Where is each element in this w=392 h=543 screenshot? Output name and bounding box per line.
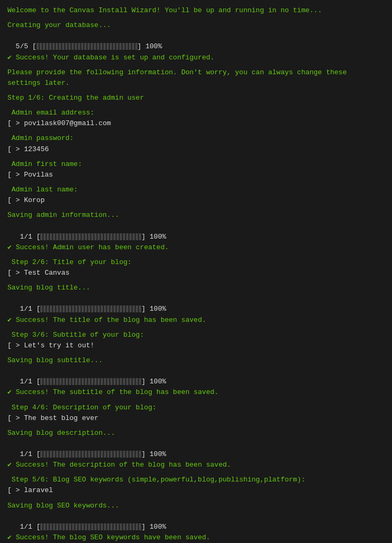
step2-input[interactable]: [ > Test Canvas [7, 268, 385, 278]
save-subtitle-success: ✔ Success! The subtitle of the blog has … [7, 387, 385, 398]
step2-header: Step 2/6: Title of your blog: [7, 257, 385, 268]
admin-email-label: Admin email address: [7, 108, 385, 118]
save-seo-progress-label: 1/1 [ [16, 523, 41, 531]
db-success-message: ✔ Success! Your database is set up and c… [7, 52, 385, 63]
step4-header: Step 4/6: Description of your blog: [7, 402, 385, 413]
save-admin-progress-label: 1/1 [ [16, 233, 41, 241]
saving-admin-label: Saving admin information... [7, 210, 385, 221]
admin-lastname-label: Admin last name: [7, 185, 385, 195]
save-subtitle-progress-pct: ] 100% [141, 378, 166, 386]
saving-seo-label: Saving blog SEO keywords... [7, 501, 385, 511]
save-seo-progress-bar [40, 523, 141, 530]
db-progress-line: 5/5 [] 100% [7, 31, 385, 52]
step4-input[interactable]: [ > The best blog ever [7, 413, 385, 424]
save-title-success: ✔ Success! The title of the blog has bee… [7, 315, 385, 326]
save-seo-progress-pct: ] 100% [141, 523, 166, 531]
db-progress-pct: ] 100% [137, 42, 162, 50]
step5-input[interactable]: [ > laravel [7, 485, 385, 496]
db-progress-bar [37, 43, 137, 50]
welcome-message: Welcome to the Canvas Install Wizard! Yo… [7, 5, 385, 16]
step3-header: Step 3/6: Subtitle of your blog: [7, 330, 385, 340]
admin-email-input[interactable]: [ > povilask007@gmail.com [7, 118, 385, 129]
save-subtitle-progress-label: 1/1 [ [16, 378, 41, 386]
save-subtitle-progress-bar [40, 378, 141, 385]
save-seo-success: ✔ Success! The blog SEO keywords have be… [7, 532, 385, 543]
save-title-progress-label: 1/1 [ [16, 305, 41, 313]
save-seo-progress-line: 1/1 [] 100% [7, 511, 385, 532]
step3-input[interactable]: [ > Let's try it out! [7, 340, 385, 351]
step1-header: Step 1/6: Creating the admin user [7, 93, 385, 103]
admin-lastname-input[interactable]: [ > Korop [7, 195, 385, 206]
admin-password-input[interactable]: [ > 123456 [7, 144, 385, 155]
save-desc-progress-pct: ] 100% [141, 450, 166, 458]
saving-blog-subtitle-label: Saving blog subtitle... [7, 355, 385, 366]
save-title-progress-pct: ] 100% [141, 305, 166, 313]
creating-db-label: Creating your database... [7, 20, 385, 31]
step5-header: Step 5/6: Blog SEO keywords (simple,powe… [7, 475, 385, 485]
save-desc-success: ✔ Success! The description of the blog h… [7, 460, 385, 470]
saving-blog-desc-label: Saving blog description... [7, 428, 385, 439]
save-desc-progress-line: 1/1 [] 100% [7, 439, 385, 460]
saving-blog-title-label: Saving blog title... [7, 283, 385, 293]
save-admin-progress-pct: ] 100% [141, 233, 166, 241]
save-subtitle-progress-line: 1/1 [] 100% [7, 366, 385, 387]
save-admin-progress-line: 1/1 [] 100% [7, 221, 385, 242]
save-desc-progress-bar [40, 451, 141, 458]
save-desc-progress-label: 1/1 [ [16, 450, 41, 458]
save-title-progress-bar [40, 305, 141, 312]
admin-password-label: Admin password: [7, 133, 385, 144]
save-admin-success: ✔ Success! Admin user has been created. [7, 242, 385, 253]
admin-firstname-input[interactable]: [ > Povilas [7, 170, 385, 180]
save-admin-progress-bar [40, 233, 141, 240]
db-progress-label: 5/5 [ [16, 42, 37, 50]
admin-firstname-label: Admin first name: [7, 159, 385, 170]
info-message: Please provide the following information… [7, 67, 385, 89]
save-title-progress-line: 1/1 [] 100% [7, 293, 385, 314]
